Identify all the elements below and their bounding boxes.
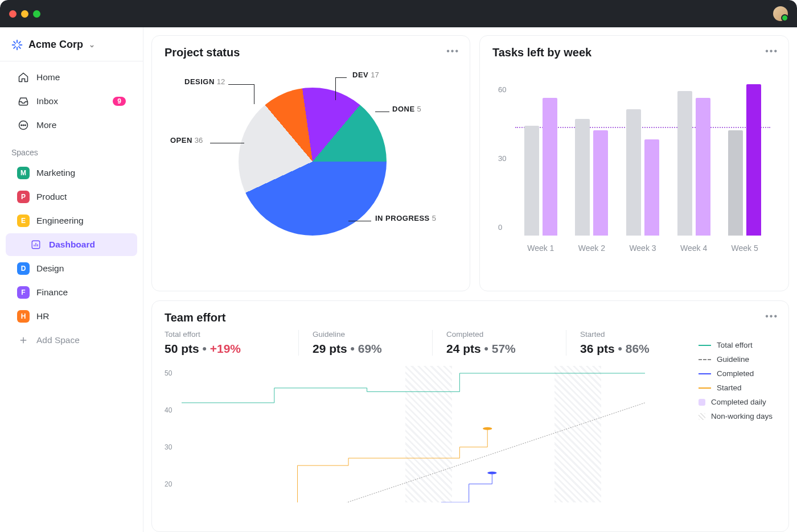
bar — [593, 130, 608, 236]
nav-home[interactable]: Home — [6, 66, 137, 89]
maximize-window-button[interactable] — [33, 10, 40, 18]
main-content: Project status ••• IN PROGRESS5OPEN36DES… — [143, 27, 797, 532]
space-badge-icon: F — [17, 286, 30, 299]
stat-guideline: Guideline 29 pts • 69% — [298, 330, 426, 356]
card-team-effort: Team effort ••• Total effort 50 pts • +1… — [151, 300, 789, 532]
y-tick: 50 — [165, 369, 172, 377]
sidebar-space-design[interactable]: DDesign — [6, 257, 137, 280]
space-label: HR — [36, 311, 49, 321]
space-child-label: Dashboard — [49, 240, 95, 250]
bar — [575, 119, 590, 236]
bar — [644, 139, 659, 236]
nav-more[interactable]: More — [6, 114, 137, 137]
bar-group — [524, 75, 557, 236]
pie-graphic — [239, 88, 387, 236]
bar-group — [728, 75, 761, 236]
effort-stats: Total effort 50 pts • +19% Guideline 29 … — [165, 330, 776, 356]
plus-icon — [17, 334, 30, 347]
pie-label-dev: DEV17 — [352, 71, 379, 79]
chevron-down-icon: ⌄ — [89, 40, 95, 49]
space-label: Engineering — [36, 216, 84, 226]
pie-chart: IN PROGRESS5OPEN36DESIGN12DEV17DONE5 — [165, 65, 457, 270]
sidebar: Acme Corp ⌄ Home Inbox 9 More Spaces MMa… — [0, 27, 143, 532]
minimize-window-button[interactable] — [21, 10, 28, 18]
y-tick: 40 — [165, 406, 172, 414]
stat-completed: Completed 24 pts • 57% — [432, 330, 560, 356]
y-tick: 60 — [498, 85, 506, 94]
x-tick: Week 1 — [527, 244, 554, 253]
add-space-label: Add Space — [36, 335, 80, 345]
workspace-switcher[interactable]: Acme Corp ⌄ — [0, 30, 143, 60]
effort-line-chart: 20304050 — [165, 366, 645, 502]
workspace-name: Acme Corp — [28, 39, 83, 51]
nav-item-label: Inbox — [36, 96, 58, 106]
sidebar-item-dashboard[interactable]: Dashboard — [6, 233, 137, 256]
dashboard-icon — [30, 238, 42, 251]
bar — [524, 126, 539, 236]
bar — [677, 91, 692, 236]
space-badge-icon: D — [17, 262, 30, 275]
space-label: Finance — [36, 287, 68, 298]
svg-line-4 — [14, 42, 15, 43]
pie-label-design: DESIGN12 — [184, 77, 225, 86]
sidebar-space-finance[interactable]: FFinance — [6, 281, 137, 304]
x-tick: Week 2 — [578, 244, 605, 253]
bar — [746, 84, 761, 236]
inbox-badge: 9 — [113, 97, 126, 106]
stat-total-effort: Total effort 50 pts • +19% — [165, 330, 293, 356]
close-window-button[interactable] — [9, 10, 17, 18]
space-label: Design — [36, 263, 64, 274]
svg-point-11 — [25, 125, 26, 126]
user-avatar[interactable] — [773, 6, 788, 21]
svg-line-5 — [19, 46, 20, 48]
bar-group — [575, 75, 608, 236]
svg-point-19 — [487, 472, 496, 475]
svg-line-7 — [19, 42, 20, 43]
card-title: Tasks left by week — [492, 46, 776, 59]
stat-started: Started 36 pts • 86% — [566, 330, 694, 356]
sidebar-space-product[interactable]: PProduct — [6, 185, 137, 208]
svg-point-9 — [21, 125, 22, 126]
card-title: Project status — [165, 46, 457, 59]
bar-group — [626, 75, 659, 236]
nav-item-label: More — [36, 120, 56, 130]
x-tick: Week 4 — [680, 244, 707, 253]
home-icon — [17, 71, 30, 84]
y-tick: 20 — [165, 480, 172, 488]
y-tick: 0 — [498, 223, 502, 232]
space-badge-icon: H — [17, 310, 30, 323]
add-space-button[interactable]: Add Space — [6, 329, 137, 352]
svg-point-18 — [483, 427, 492, 430]
inbox-icon — [17, 95, 30, 108]
space-badge-icon: E — [17, 215, 30, 227]
nav-item-label: Home — [36, 72, 60, 83]
space-badge-icon: P — [17, 191, 30, 203]
sidebar-space-marketing[interactable]: MMarketing — [6, 162, 137, 184]
space-label: Marketing — [36, 168, 75, 178]
y-tick: 30 — [165, 443, 172, 451]
spaces-section-label: Spaces — [0, 138, 143, 160]
effort-legend: Total effort Guideline Completed Started… — [699, 341, 773, 426]
card-title: Team effort — [165, 311, 776, 324]
space-label: Product — [36, 192, 67, 202]
card-menu-button[interactable]: ••• — [765, 46, 778, 56]
svg-line-6 — [14, 46, 15, 48]
more-icon — [17, 119, 30, 131]
card-menu-button[interactable]: ••• — [765, 311, 778, 321]
y-tick: 30 — [498, 154, 506, 163]
x-tick: Week 5 — [732, 244, 758, 253]
bar-group — [677, 75, 710, 236]
card-menu-button[interactable]: ••• — [446, 46, 459, 56]
space-badge-icon: M — [17, 167, 30, 179]
pie-label-done: DONE5 — [392, 105, 421, 113]
nav-inbox[interactable]: Inbox 9 — [6, 90, 137, 113]
bar — [696, 98, 710, 236]
sidebar-space-engineering[interactable]: EEngineering — [6, 209, 137, 232]
bar-chart: 03060 Week 1Week 2Week 3Week 4Week 5 — [492, 65, 776, 270]
card-tasks-left: Tasks left by week ••• 03060 Week 1Week … — [479, 35, 789, 291]
svg-point-10 — [23, 125, 24, 126]
sidebar-space-hr[interactable]: HHR — [6, 305, 137, 328]
pie-label-open: OPEN36 — [170, 136, 203, 145]
bar — [728, 130, 743, 236]
bar — [543, 98, 557, 236]
